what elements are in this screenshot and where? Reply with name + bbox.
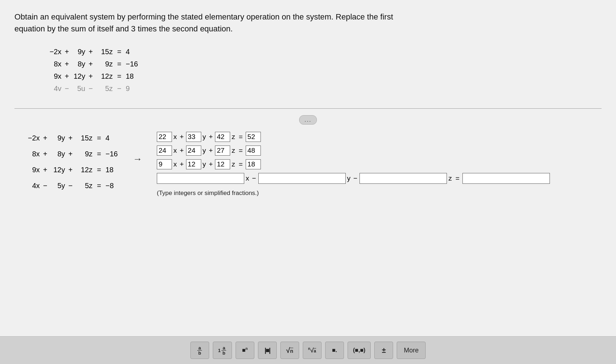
dots-button[interactable]: ...	[299, 115, 317, 125]
r2-coeff-y: 24	[186, 146, 201, 156]
orig-eq-1: −2x + 9y + 15z = 4	[43, 46, 602, 58]
orig-eq-3: 9x + 12y + 12z = 18	[43, 70, 602, 82]
exponent-icon: ■n	[242, 347, 248, 354]
r1-rhs: 52	[246, 132, 261, 142]
nth-root-button[interactable]: n√a	[303, 342, 322, 359]
r3-coeff-x: 9	[157, 159, 172, 169]
right-eq-4: x − y − z =	[157, 173, 550, 184]
toolbar: a b 1 a b ■n |■| √n n√a ■. (■,■) ±	[0, 336, 616, 364]
sqrt-icon: √n	[286, 346, 293, 355]
problem-text-line1: Obtain an equivalent system by performin…	[14, 11, 602, 23]
fraction-button[interactable]: a b	[190, 342, 209, 359]
left-eq-1: −2x + 9y + 15z = 4	[22, 132, 119, 144]
original-system: −2x + 9y + 15z = 4 8x + 8y + 9z = −16 9x…	[43, 46, 602, 95]
nth-root-icon: n√a	[308, 347, 316, 354]
r4-coeff-z-input[interactable]	[359, 173, 447, 184]
plus-minus-icon: ±	[382, 346, 386, 355]
dots-row: ...	[14, 115, 602, 125]
more-button[interactable]: More	[397, 342, 426, 359]
r3-rhs: 18	[246, 159, 261, 169]
right-eq-1: 22 x + 33 y + 42 z = 52	[157, 132, 550, 142]
right-system: 22 x + 33 y + 42 z = 52 24 x + 24 y + 27…	[157, 132, 550, 197]
r3-coeff-z: 12	[215, 159, 230, 169]
transform-arrow: →	[133, 153, 142, 165]
orig-eq-4: 4v − 5u − 5z − 9	[43, 82, 602, 95]
r4-coeff-x-input[interactable]	[157, 173, 244, 184]
mixed-fraction-icon: 1 a b	[218, 346, 227, 355]
r3-coeff-y: 12	[186, 159, 201, 169]
decimal-button[interactable]: ■.	[325, 342, 344, 359]
problem-text-line2: equation by the sum of itself and 3 time…	[14, 23, 602, 35]
hint-text: (Type integers or simplified fractions.)	[157, 190, 550, 197]
interval-icon: (■,■)	[353, 347, 365, 354]
r1-coeff-x: 22	[157, 132, 172, 142]
transform-section: −2x + 9y + 15z = 4 8x + 8y + 9z = −16 9x…	[22, 132, 602, 197]
r1-coeff-z: 42	[215, 132, 230, 142]
section-divider	[14, 108, 602, 109]
r2-coeff-z: 27	[215, 146, 230, 156]
right-eq-3: 9 x + 12 y + 12 z = 18	[157, 159, 550, 169]
sqrt-button[interactable]: √n	[280, 342, 299, 359]
mixed-fraction-button[interactable]: 1 a b	[213, 342, 232, 359]
left-eq-4: 4x − 5y − 5z = −8	[22, 179, 119, 192]
main-content: Obtain an equivalent system by performin…	[0, 0, 616, 336]
r2-coeff-x: 24	[157, 146, 172, 156]
r1-coeff-y: 33	[186, 132, 201, 142]
right-eq-2: 24 x + 24 y + 27 z = 48	[157, 146, 550, 156]
r2-rhs: 48	[246, 146, 261, 156]
left-eq-2: 8x + 8y + 9z = −16	[22, 148, 119, 160]
absolute-value-icon: |■|	[264, 347, 270, 354]
interval-button[interactable]: (■,■)	[348, 342, 371, 359]
fraction-icon: a b	[197, 346, 202, 355]
plus-minus-button[interactable]: ±	[374, 342, 393, 359]
left-system: −2x + 9y + 15z = 4 8x + 8y + 9z = −16 9x…	[22, 132, 119, 192]
problem-statement: Obtain an equivalent system by performin…	[14, 11, 602, 35]
left-eq-3: 9x + 12y + 12z = 18	[22, 164, 119, 176]
r4-rhs-input[interactable]	[462, 173, 550, 184]
orig-eq-2: 8x + 8y + 9z = −16	[43, 58, 602, 70]
absolute-value-button[interactable]: |■|	[258, 342, 277, 359]
exponent-button[interactable]: ■n	[236, 342, 254, 359]
r4-coeff-y-input[interactable]	[258, 173, 346, 184]
decimal-icon: ■.	[332, 347, 337, 354]
